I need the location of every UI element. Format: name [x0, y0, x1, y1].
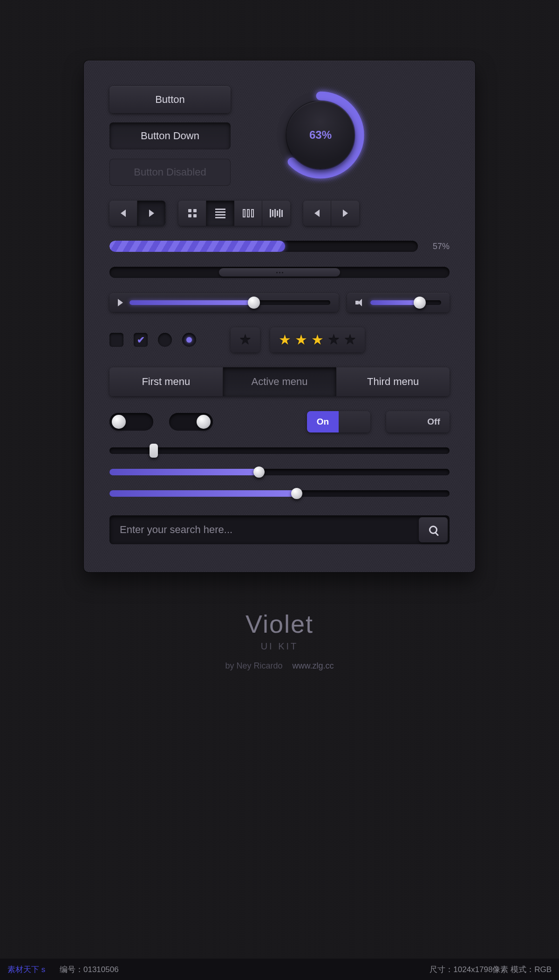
checkbox-checked[interactable]	[134, 333, 148, 347]
triangle-left-icon	[314, 210, 320, 217]
triangle-right-icon	[343, 210, 348, 217]
seg-on-side	[386, 411, 418, 433]
search-button[interactable]	[419, 517, 448, 542]
footer-source[interactable]: 素材天下 s	[7, 965, 45, 974]
checkbox-unchecked[interactable]	[109, 333, 123, 347]
triangle-left-icon	[121, 210, 126, 217]
footer-dimensions: 尺寸：1024x1798像素 模式：RGB	[429, 964, 552, 975]
view-group	[178, 201, 290, 226]
speaker-icon[interactable]	[355, 298, 364, 307]
columns-icon	[243, 209, 254, 217]
rating-empty[interactable]: ★	[231, 327, 260, 352]
seek-slider[interactable]	[130, 300, 330, 305]
footer-bar: 素材天下 s 编号：01310506 尺寸：1024x1798像素 模式：RGB	[0, 959, 559, 980]
radio-unchecked[interactable]	[158, 333, 172, 347]
search-icon	[429, 526, 437, 534]
volume-slider[interactable]	[370, 300, 441, 305]
seg-on-label: On	[307, 411, 339, 433]
list-icon	[215, 209, 225, 218]
search-box	[109, 515, 450, 544]
footer-id: 01310506	[83, 965, 119, 974]
next-button-2[interactable]	[331, 201, 359, 226]
grid-icon	[188, 209, 197, 217]
view-columns-button[interactable]	[234, 201, 262, 226]
view-barcode-button[interactable]	[262, 201, 290, 226]
slider-a[interactable]	[109, 447, 450, 454]
button-down[interactable]: Button Down	[109, 122, 231, 149]
kit-subtitle: UI KIT	[0, 641, 559, 652]
prev-button[interactable]	[109, 201, 137, 226]
volume-box	[347, 293, 450, 312]
kit-url: www.zlg.cc	[293, 661, 334, 670]
triangle-right-icon	[149, 210, 154, 217]
star-icon[interactable]: ★	[279, 333, 291, 347]
barcode-icon	[270, 209, 283, 217]
menu-item-2[interactable]: Active menu	[223, 367, 337, 396]
progress-fill	[109, 241, 285, 252]
nav-group-1	[109, 201, 165, 226]
slider-b[interactable]	[109, 469, 450, 475]
slider-c[interactable]	[109, 490, 450, 497]
ui-kit-panel: Button Button Down Button Disabled 63%	[84, 61, 475, 572]
view-list-button[interactable]	[206, 201, 234, 226]
star-icon[interactable]: ★	[311, 333, 324, 347]
kit-name: Violet	[0, 609, 559, 638]
kit-author: by Ney Ricardo	[225, 661, 282, 670]
star-icon[interactable]: ★	[239, 333, 252, 347]
seg-off-label: Off	[418, 411, 450, 433]
seg-off-side	[339, 411, 370, 433]
toggle-round-off[interactable]	[109, 413, 153, 431]
next-button[interactable]	[137, 201, 165, 226]
progress-label: 57%	[424, 242, 450, 251]
menu-tabs: First menu Active menu Third menu	[109, 367, 450, 396]
seek-box	[109, 293, 339, 312]
nav-group-2	[303, 201, 359, 226]
star-icon[interactable]: ★	[327, 333, 340, 347]
rating-3of5[interactable]: ★ ★ ★ ★ ★	[270, 327, 365, 352]
prev-button-2[interactable]	[303, 201, 331, 226]
title-block: Violet UI KIT by Ney Ricardo www.zlg.cc	[0, 609, 559, 671]
search-input[interactable]	[109, 524, 417, 536]
star-icon[interactable]: ★	[295, 333, 307, 347]
menu-item-3[interactable]: Third menu	[336, 367, 450, 396]
view-grid-button[interactable]	[178, 201, 206, 226]
button-normal[interactable]: Button	[109, 86, 231, 113]
toggle-round-on[interactable]	[169, 413, 213, 431]
scrollbar-thumb[interactable]	[219, 268, 340, 277]
segmented-on[interactable]: On	[307, 411, 370, 433]
footer-id-label: 编号：	[60, 965, 83, 974]
play-icon[interactable]	[118, 299, 123, 306]
scrollbar[interactable]	[109, 267, 450, 278]
segmented-off[interactable]: Off	[386, 411, 450, 433]
progress-dial[interactable]: 63%	[272, 86, 369, 184]
star-icon[interactable]: ★	[344, 333, 356, 347]
dial-value: 63%	[286, 101, 354, 169]
radio-checked[interactable]	[182, 333, 196, 347]
button-disabled: Button Disabled	[109, 159, 231, 186]
progress-bar[interactable]	[109, 241, 418, 252]
menu-item-1[interactable]: First menu	[109, 367, 223, 396]
